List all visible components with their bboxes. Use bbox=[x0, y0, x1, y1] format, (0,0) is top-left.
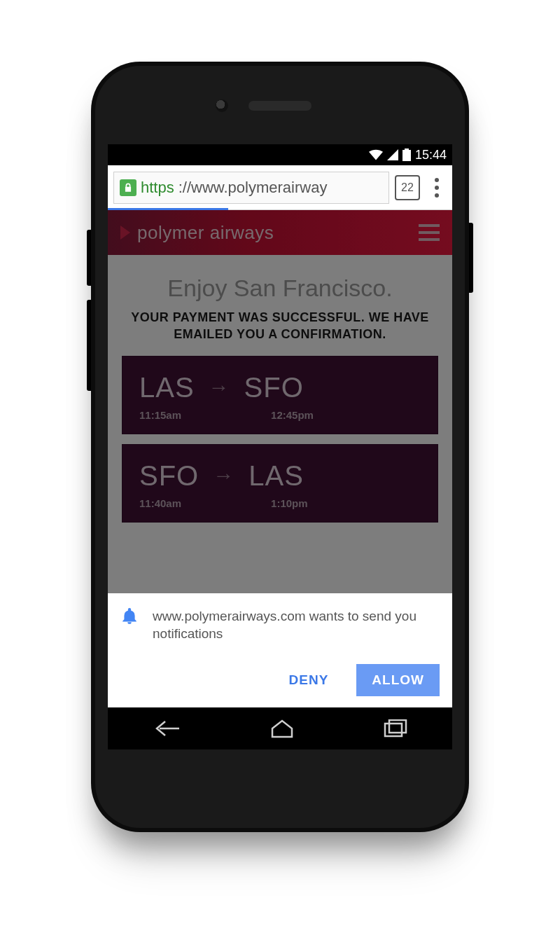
lock-icon bbox=[120, 179, 136, 196]
volume-button bbox=[87, 230, 91, 286]
address-bar[interactable]: https://www.polymerairway bbox=[113, 172, 389, 204]
cell-signal-icon bbox=[387, 149, 398, 160]
phone-camera bbox=[216, 99, 228, 112]
bell-icon bbox=[120, 607, 140, 630]
screen: 15:44 https://www.polymerairway 22 bbox=[108, 144, 452, 749]
volume-button bbox=[87, 300, 91, 391]
power-button bbox=[469, 223, 473, 293]
overflow-menu-icon[interactable] bbox=[426, 178, 448, 198]
system-nav-bar bbox=[108, 707, 452, 749]
url-scheme: https bbox=[141, 179, 174, 197]
home-icon[interactable] bbox=[270, 719, 294, 738]
wifi-icon bbox=[369, 149, 383, 160]
svg-rect-0 bbox=[385, 724, 402, 736]
battery-icon bbox=[402, 148, 411, 161]
permission-prompt: www.polymerairways.com wants to send you… bbox=[108, 593, 452, 707]
phone-frame: 15:44 https://www.polymerairway 22 bbox=[91, 62, 469, 832]
clock: 15:44 bbox=[415, 148, 447, 163]
status-bar: 15:44 bbox=[108, 144, 452, 165]
svg-rect-1 bbox=[389, 720, 406, 733]
allow-button[interactable]: ALLOW bbox=[356, 664, 440, 696]
back-icon[interactable] bbox=[153, 719, 181, 738]
phone-speaker bbox=[248, 101, 312, 111]
tab-switcher[interactable]: 22 bbox=[395, 175, 420, 200]
recents-icon[interactable] bbox=[384, 719, 407, 738]
deny-button[interactable]: DENY bbox=[274, 664, 344, 696]
url-text: ://www.polymerairway bbox=[178, 179, 328, 197]
permission-text: www.polymerairways.com wants to send you… bbox=[153, 607, 440, 643]
browser-toolbar: https://www.polymerairway 22 bbox=[108, 165, 452, 210]
